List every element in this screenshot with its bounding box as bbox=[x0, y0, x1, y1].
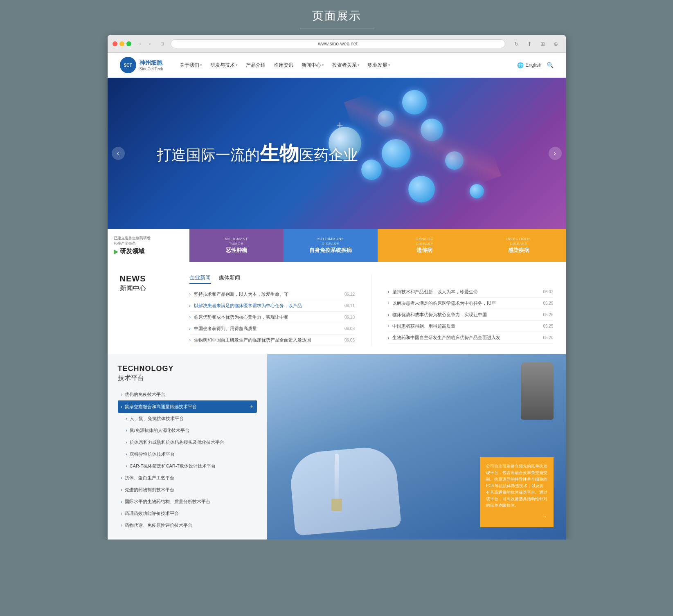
research-item-autoimmune[interactable]: AUTOIMMUNEDISEASE 自身免疫系统疾病 bbox=[284, 229, 378, 262]
arrow-right-icon: › bbox=[126, 440, 127, 445]
news-label-en: NEWS bbox=[120, 274, 177, 283]
share-button[interactable]: ⬆ bbox=[525, 40, 535, 48]
nav-item-about[interactable]: 关于我们▾ bbox=[180, 62, 202, 69]
tech-item-cart[interactable]: › CAR-T抗体筛选和CAR-T载体设计技术平台 bbox=[118, 460, 257, 472]
list-item: › 以解决患者未满足的临床医学需求为中心任务，以产品 06.11 bbox=[189, 300, 355, 312]
browser-actions: ↻ ⬆ ⊞ ⊕ bbox=[512, 40, 561, 48]
news-date: 06.06 bbox=[344, 338, 355, 342]
tech-item-production[interactable]: › 抗体、蛋白生产工艺平台 bbox=[118, 472, 257, 484]
news-title: 坚持技术和产品创新，以人为本，珍爱生命 bbox=[392, 289, 540, 295]
tech-item-formulation[interactable]: › 先进的药物制剂技术平台 bbox=[118, 484, 257, 496]
tab-button[interactable]: ⊡ bbox=[158, 40, 167, 48]
arrow-right-icon[interactable]: → bbox=[486, 512, 547, 521]
list-item: › 生物药和中国自主研发生产的临床优势产品全面进入发 05.20 bbox=[388, 332, 554, 344]
address-bar[interactable]: www.sino-web.net bbox=[171, 39, 505, 48]
page-title: 页面展示 bbox=[0, 8, 673, 24]
next-slide-button[interactable]: › bbox=[549, 147, 562, 160]
tech-item-analysis[interactable]: › 国际水平的生物药结构、质量分析技术平台 bbox=[118, 496, 257, 508]
plus-icon: + bbox=[337, 119, 343, 132]
arrow-right-icon: › bbox=[388, 324, 389, 328]
malignant-en-label: MALIGNANTTUMOR bbox=[225, 237, 248, 246]
back-button[interactable]: ‹ bbox=[136, 40, 144, 48]
arrow-right-icon: › bbox=[121, 511, 122, 516]
list-item: › 中国患者获得到、用得超高质量 06.08 bbox=[189, 323, 355, 335]
research-item-malignant[interactable]: MALIGNANTTUMOR 恶性肿瘤 bbox=[189, 229, 284, 262]
list-item: › 以解决患者未满足的临床医学需求为中心任务，以严 05.29 bbox=[388, 298, 554, 309]
news-title: 以解决患者未满足的临床医学需求为中心任务，以严 bbox=[392, 300, 540, 306]
news-title: 临床优势和成本优势为核心竞争力，实现让中和 bbox=[194, 314, 341, 320]
tech-item-bispecific[interactable]: › 双特异性抗体技术平台 bbox=[118, 448, 257, 460]
news-date: 05.26 bbox=[543, 312, 553, 317]
browser-chrome: ‹ › ⊡ www.sino-web.net ↻ ⬆ ⊞ ⊕ bbox=[108, 35, 566, 53]
news-list-col1: › 坚持技术和产品创新，以人为本，珍爱生命、守 06.12 › 以解决患者未满足… bbox=[189, 289, 355, 346]
infectious-en-label: INFECTIOUSDISEASE bbox=[506, 237, 531, 246]
search-icon[interactable]: 🔍 bbox=[547, 62, 554, 68]
nav-item-rnd[interactable]: 研发与技术▾ bbox=[210, 62, 238, 69]
tech-item-hybridoma[interactable]: › 鼠杂交瘤融合和高通量筛选技术平台 + bbox=[118, 400, 257, 413]
prev-slide-button[interactable]: ‹ bbox=[112, 147, 125, 160]
arrow-right-icon: › bbox=[388, 335, 389, 340]
nav-item-clinical[interactable]: 临床资讯 bbox=[274, 62, 293, 69]
chevron-down-icon: ▾ bbox=[322, 63, 324, 67]
arrow-right-icon: › bbox=[388, 301, 389, 306]
arrow-right-icon: › bbox=[121, 392, 122, 397]
hero-text-prefix: 打造国际一流的 bbox=[157, 146, 260, 163]
nav-item-investor[interactable]: 投资者关系▾ bbox=[332, 62, 360, 69]
maximize-dot[interactable] bbox=[126, 41, 131, 46]
tech-overlay: 公司自主研发建立领先的鼠单抗发现平台，包含高融合效率杂交瘤交融、抗原诱导的特异性… bbox=[480, 457, 554, 527]
list-item: › 临床优势和成本优势为核心竞争力，实现让中国 05.26 bbox=[388, 309, 554, 321]
research-item-hereditary[interactable]: GENETICDISEASE 遗传病 bbox=[378, 229, 472, 262]
chevron-down-icon: ▾ bbox=[200, 63, 202, 67]
language-button[interactable]: 🌐 English bbox=[517, 62, 541, 68]
lang-label: English bbox=[525, 62, 541, 68]
close-dot[interactable] bbox=[113, 41, 117, 46]
research-areas-bar: 已建立逾兽生物药研发和生产全链条 ▶ 研发领域 MALIGNANTTUMOR 恶… bbox=[108, 229, 566, 262]
arrow-right-icon: › bbox=[189, 304, 191, 308]
arrow-right-icon: › bbox=[126, 452, 127, 456]
nav-item-news[interactable]: 新闻中心▾ bbox=[302, 62, 324, 69]
tech-overlay-text: 公司自主研发建立领先的鼠单抗发现平台，包含高融合效率杂交瘤交融、抗原诱导的特异性… bbox=[486, 464, 547, 508]
window-button[interactable]: ⊞ bbox=[538, 40, 548, 48]
tab-company-news[interactable]: 企业新闻 bbox=[189, 274, 211, 284]
research-intro-text: 已建立逾兽生物药研发和生产全链条 bbox=[114, 236, 183, 246]
hero-text-suffix: 医药企业 bbox=[299, 146, 358, 163]
logo-en: SinoCellTech bbox=[140, 67, 163, 71]
research-item-infectious[interactable]: INFECTIOUSDISEASE 感染疾病 bbox=[472, 229, 566, 262]
tech-item-pharmacology[interactable]: › 药理药效功能评价技术平台 bbox=[118, 508, 257, 519]
browser-window: ‹ › ⊡ www.sino-web.net ↻ ⬆ ⊞ ⊕ SCT 神州细胞 … bbox=[108, 35, 566, 540]
nav-item-careers[interactable]: 职业发展▾ bbox=[368, 62, 390, 69]
gloved-hand bbox=[288, 445, 401, 536]
reload-button[interactable]: ↻ bbox=[512, 40, 522, 48]
news-label-cn: 新闻中心 bbox=[120, 284, 177, 293]
plus-icon[interactable]: + bbox=[250, 403, 253, 410]
forward-button[interactable]: › bbox=[146, 40, 154, 48]
tech-item-label: CAR-T抗体筛选和CAR-T载体设计技术平台 bbox=[130, 463, 216, 469]
news-title: 中国患者获得到、用得超高质量 bbox=[194, 326, 341, 332]
tech-item-label: 双特异性抗体技术平台 bbox=[130, 451, 175, 457]
arrow-right-icon: › bbox=[126, 428, 127, 433]
chevron-down-icon: ▾ bbox=[388, 63, 390, 67]
tech-item-metabolism[interactable]: › 药物代谢、免疫原性评价技术平台 bbox=[118, 519, 257, 531]
logo-text: 神州细胞 SinoCellTech bbox=[140, 59, 163, 71]
news-title: 坚持技术和产品创新，以人为本，珍爱生命、守 bbox=[194, 291, 341, 297]
arrow-right-icon: › bbox=[121, 523, 122, 528]
tech-item-human-mouse[interactable]: › 人、鼠、兔抗抗体技术平台 bbox=[118, 413, 257, 425]
tech-item-label: 国际水平的生物药结构、质量分析技术平台 bbox=[125, 499, 210, 505]
tech-item-label: 药理药效功能评价技术平台 bbox=[125, 510, 179, 517]
tech-item-label: 鼠杂交瘤融合和高通量筛选技术平台 bbox=[125, 404, 197, 410]
news-section: NEWS 新闻中心 企业新闻 媒体新闻 › 坚持技术和产品创新，以人为本，珍爱生… bbox=[108, 262, 566, 354]
minimize-dot[interactable] bbox=[119, 41, 124, 46]
nav-item-products[interactable]: 产品介绍 bbox=[246, 62, 266, 69]
tech-item-immune[interactable]: › 优化的免疫技术平台 bbox=[118, 389, 257, 400]
tech-item-label: 人、鼠、兔抗抗体技术平台 bbox=[130, 416, 184, 422]
news-title: 临床优势和成本优势为核心竞争力，实现让中国 bbox=[392, 312, 540, 318]
site-nav: SCT 神州细胞 SinoCellTech 关于我们▾ 研发与技术▾ 产品介绍 … bbox=[108, 53, 566, 78]
autoimmune-en-label: AUTOIMMUNEDISEASE bbox=[317, 237, 344, 246]
tech-item-affinity[interactable]: › 抗体亲和力成熟和抗体结构模拟及优化技术平台 bbox=[118, 436, 257, 448]
tab-media-news[interactable]: 媒体新闻 bbox=[219, 274, 240, 284]
tech-item-humanize[interactable]: › 鼠/免源抗体的人源化技术平台 bbox=[118, 425, 257, 436]
more-button[interactable]: ⊕ bbox=[551, 40, 561, 48]
list-item: › 临床优势和成本优势为核心竞争力，实现让中和 06.10 bbox=[189, 312, 355, 323]
tech-label-en: TECHNOLOGY bbox=[118, 364, 257, 373]
news-title[interactable]: 以解决患者未满足的临床医学需求为中心任务，以产品 bbox=[194, 303, 341, 309]
